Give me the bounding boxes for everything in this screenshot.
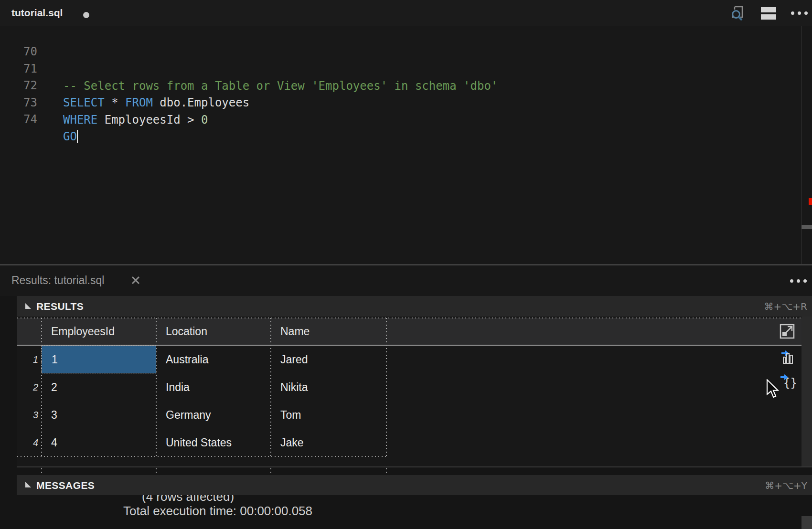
save-as-chart-icon[interactable] (780, 348, 796, 367)
execution-time-message: Total execution time: 00:00:00.058 (123, 504, 312, 518)
overview-ruler-marker (809, 198, 812, 205)
code-editor[interactable]: 70 71 -- Select rows from a Table or Vie… (0, 26, 812, 264)
grid-line (270, 318, 271, 456)
column-header[interactable]: Location (156, 318, 271, 345)
grid-cell[interactable]: Jared (271, 346, 385, 373)
grid-cell[interactable]: Australia (156, 346, 271, 373)
svg-text:{}: {} (783, 376, 796, 390)
editor-titlebar: tutorial.sql (0, 0, 812, 26)
messages-content: (4 rows affected) Total execution time: … (0, 495, 801, 529)
grid-header-underline (17, 345, 801, 346)
column-header[interactable]: EmployeesId (42, 318, 156, 345)
grid-cell[interactable]: Tom (271, 401, 385, 429)
grid-line (41, 318, 42, 456)
code-line: 70 (0, 26, 793, 43)
editor-scrollbar-thumb[interactable] (801, 225, 812, 229)
grid-cell[interactable]: 3 (42, 401, 156, 429)
results-shortcut: ⌘+⌥+R (764, 301, 807, 312)
results-tab-row: Results: tutorial.sql (0, 265, 812, 296)
messages-shortcut: ⌘+⌥+Y (765, 480, 807, 491)
messages-section-label: MESSAGES (36, 480, 95, 491)
file-title: tutorial.sql (11, 7, 63, 19)
messages-scrollbar-thumb[interactable] (801, 516, 812, 529)
collapse-triangle-icon (25, 481, 32, 490)
row-number: 2 (17, 373, 38, 401)
grid-cell[interactable]: India (156, 373, 271, 401)
code-line: 72 SELECT * FROM dbo.Employees (0, 60, 793, 77)
grid-scrollbar-track[interactable] (801, 317, 812, 466)
grid-bottom-border (17, 466, 812, 467)
results-tab[interactable]: Results: tutorial.sql (11, 274, 104, 287)
split-editor-icon[interactable] (761, 7, 776, 21)
grid-line (41, 468, 42, 475)
grid-line (156, 468, 157, 475)
open-preview-icon[interactable] (729, 5, 746, 24)
grid-cell[interactable]: Jake (271, 429, 385, 456)
save-as-json-icon[interactable]: {} (780, 372, 796, 391)
code-line: 74 GO (0, 94, 793, 111)
app-window: tutorial.sql 70 71 -- S (0, 0, 812, 529)
results-section-header[interactable]: RESULTS ⌘+⌥+R (17, 296, 812, 317)
results-section-label: RESULTS (36, 301, 84, 312)
mouse-cursor (766, 379, 780, 400)
messages-section-header[interactable]: MESSAGES ⌘+⌥+Y (17, 475, 812, 495)
code-line: 73 WHERE EmployeesId > 0 (0, 77, 793, 94)
code-line: 71 -- Select rows from a Table or View '… (0, 43, 793, 60)
grid-line (17, 317, 801, 318)
row-number: 3 (17, 401, 38, 429)
grid-cell[interactable]: 2 (42, 373, 156, 401)
grid-line (386, 318, 387, 456)
grid-cell[interactable]: Nikita (271, 373, 385, 401)
grid-line (270, 468, 271, 475)
grid-line (156, 318, 157, 456)
row-number: 1 (17, 346, 38, 373)
grid-cell[interactable]: Germany (156, 401, 271, 429)
unsaved-changes-dot (83, 12, 89, 18)
panel-more-actions-icon[interactable] (790, 279, 807, 283)
grid-line (386, 468, 387, 475)
collapse-triangle-icon (25, 303, 32, 311)
close-icon[interactable] (131, 275, 140, 287)
query-results-panel: Results: tutorial.sql RESULTS ⌘+⌥+R (0, 265, 812, 529)
row-number: 4 (17, 429, 38, 456)
rows-affected-message: (4 rows affected) (142, 495, 234, 504)
grid-cell[interactable]: United States (156, 429, 271, 456)
grid-line (17, 456, 386, 457)
text-cursor (77, 130, 78, 143)
grid-cell[interactable]: 4 (42, 429, 156, 456)
grid-cell-selected[interactable]: 1 (42, 346, 156, 373)
maximize-grid-icon[interactable] (780, 324, 795, 341)
editor-more-actions-icon[interactable] (791, 11, 808, 15)
column-header[interactable]: Name (271, 318, 386, 345)
